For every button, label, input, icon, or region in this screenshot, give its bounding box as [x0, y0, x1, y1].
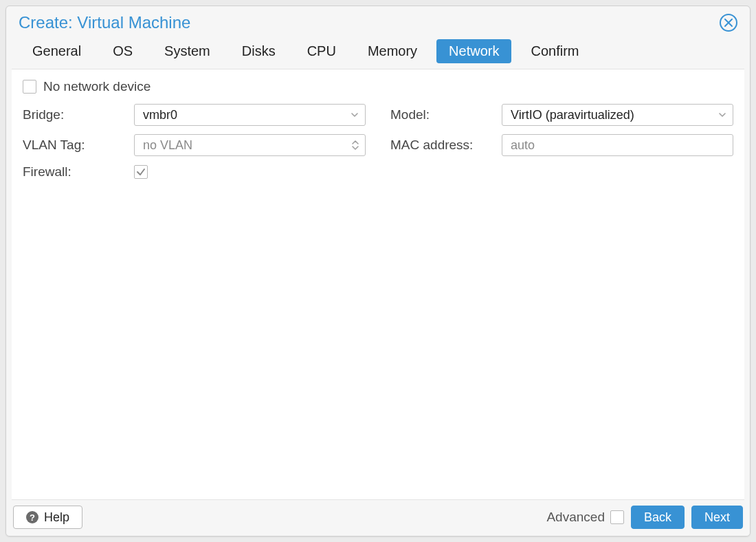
wizard-window: Create: Virtual Machine General OS Syste… [5, 6, 751, 536]
vlan-label: VLAN Tag: [23, 138, 126, 153]
tab-general[interactable]: General [20, 39, 93, 63]
tab-disks[interactable]: Disks [230, 39, 288, 63]
bridge-value: vmbr0 [143, 108, 177, 122]
no-network-checkbox[interactable] [23, 80, 36, 94]
window-title: Create: Virtual Machine [19, 13, 190, 32]
back-label: Back [644, 510, 671, 525]
no-network-label: No network device [43, 79, 151, 94]
back-button[interactable]: Back [631, 506, 685, 529]
footer: ? Help Advanced Back Next [6, 500, 750, 536]
bridge-label: Bridge: [23, 107, 126, 122]
vlan-input[interactable]: no VLAN [134, 134, 366, 156]
help-button[interactable]: ? Help [13, 506, 82, 529]
panel-network: No network device Bridge: vmbr0 Model: V… [12, 69, 744, 500]
tab-os[interactable]: OS [100, 39, 145, 63]
model-label: Model: [390, 107, 493, 122]
next-label: Next [704, 510, 730, 525]
check-icon [136, 167, 146, 177]
mac-label: MAC address: [390, 138, 493, 153]
tab-network[interactable]: Network [436, 39, 511, 63]
help-icon: ? [26, 511, 38, 523]
next-button[interactable]: Next [691, 506, 743, 529]
mac-input[interactable]: auto [502, 134, 733, 156]
field-model: Model: VirtIO (paravirtualized) [390, 104, 733, 126]
model-value: VirtIO (paravirtualized) [511, 108, 634, 122]
tab-confirm[interactable]: Confirm [518, 39, 591, 63]
titlebar: Create: Virtual Machine [6, 6, 750, 35]
chevron-down-icon [718, 110, 727, 120]
close-icon [724, 19, 733, 27]
field-firewall: Firewall: [23, 164, 366, 180]
model-select[interactable]: VirtIO (paravirtualized) [502, 104, 733, 126]
help-label: Help [44, 510, 69, 525]
bridge-select[interactable]: vmbr0 [134, 104, 366, 126]
field-vlan: VLAN Tag: no VLAN [23, 134, 366, 156]
tab-memory[interactable]: Memory [355, 39, 430, 63]
close-button[interactable] [720, 14, 737, 32]
tab-system[interactable]: System [152, 39, 223, 63]
advanced-checkbox[interactable] [610, 510, 624, 524]
firewall-checkbox[interactable] [134, 165, 148, 179]
tabstrip: General OS System Disks CPU Memory Netwo… [6, 35, 750, 69]
mac-placeholder: auto [511, 138, 535, 153]
spinner-icon [351, 140, 359, 151]
tab-cpu[interactable]: CPU [295, 39, 348, 63]
form-grid: Bridge: vmbr0 Model: VirtIO (paravirtual… [23, 104, 733, 180]
advanced-toggle[interactable]: Advanced [546, 510, 624, 525]
chevron-down-icon [350, 110, 359, 120]
no-network-row: No network device [23, 79, 733, 94]
field-mac: MAC address: auto [390, 134, 733, 156]
field-bridge: Bridge: vmbr0 [23, 104, 366, 126]
vlan-placeholder: no VLAN [143, 138, 192, 153]
advanced-label: Advanced [546, 510, 605, 525]
firewall-label: Firewall: [23, 164, 126, 180]
